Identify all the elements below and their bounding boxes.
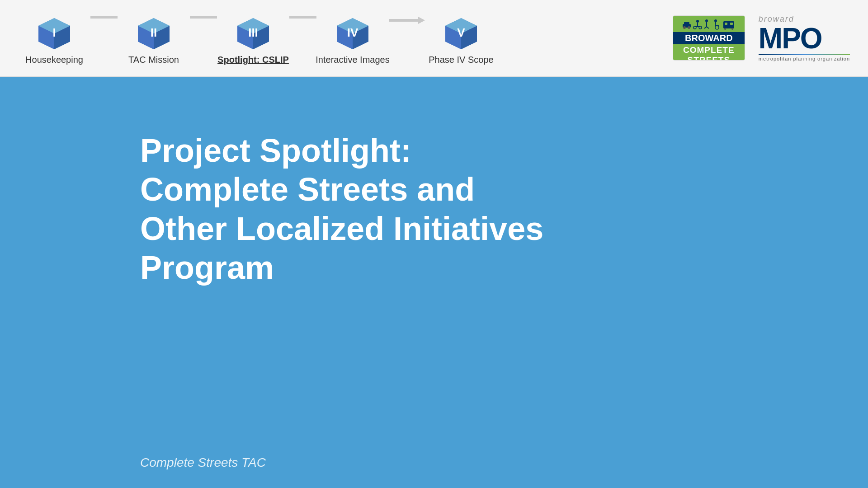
complete-streets-text: COMPLETE STREETS: [673, 44, 745, 61]
step-iv-cube-icon: IV: [332, 16, 373, 52]
connector-2: [190, 16, 217, 19]
connector-4: [389, 16, 425, 27]
svg-line-38: [707, 27, 709, 28]
footer-label: Complete Streets TAC: [140, 455, 266, 470]
svg-text:I: I: [52, 26, 56, 39]
svg-rect-44: [725, 23, 727, 25]
nav-step-housekeeping[interactable]: I Housekeeping: [18, 16, 90, 65]
mpo-main-label: MPO: [759, 24, 822, 53]
svg-text:V: V: [457, 26, 465, 39]
broward-complete-streets-logo: BROWARD COMPLETE STREETS Safer, Healthie…: [673, 15, 745, 61]
svg-rect-27: [684, 22, 689, 25]
step-i-label: Housekeeping: [25, 55, 83, 65]
svg-point-39: [714, 19, 717, 22]
step-ii-cube-icon: II: [133, 16, 174, 52]
step-iii-label: Spotlight: CSLIP: [217, 55, 289, 65]
svg-rect-45: [730, 23, 733, 25]
header: I Housekeeping II TAC Mission: [0, 0, 868, 77]
nav-step-spotlight[interactable]: III Spotlight: CSLIP: [217, 16, 289, 65]
nav-step-tac-mission[interactable]: II TAC Mission: [118, 16, 190, 65]
mpo-sub-label: metropolitan planning organization: [759, 56, 850, 61]
svg-text:II: II: [151, 26, 157, 39]
broward-brand-text: BROWARD: [685, 33, 733, 43]
svg-point-28: [683, 26, 686, 29]
svg-point-35: [705, 19, 708, 22]
step-ii-label: TAC Mission: [128, 55, 179, 65]
svg-text:IV: IV: [347, 26, 359, 39]
nav-step-phase-scope[interactable]: V Phase IV Scope: [425, 16, 497, 65]
svg-line-41: [715, 22, 716, 26]
svg-point-40: [715, 26, 719, 29]
nav-step-interactive[interactable]: IV Interactive Images: [316, 16, 389, 65]
step-v-cube-icon: V: [441, 16, 481, 52]
step-i-cube-icon: I: [34, 16, 75, 52]
navigation-steps: I Housekeeping II TAC Mission: [18, 11, 497, 65]
connector-1: [90, 16, 118, 19]
step-v-label: Phase IV Scope: [429, 55, 493, 65]
svg-point-46: [724, 28, 726, 30]
main-title: Project Spotlight: Complete Streets and …: [140, 77, 547, 287]
svg-line-37: [704, 27, 707, 28]
svg-point-47: [731, 28, 733, 30]
step-iv-label: Interactive Images: [316, 55, 389, 65]
mpo-logo: broward MPO metropolitan planning organi…: [759, 14, 850, 61]
broward-icons: [682, 18, 736, 30]
svg-text:III: III: [248, 26, 258, 39]
mpo-divider: [759, 54, 850, 55]
step-iii-cube-icon: III: [233, 16, 274, 52]
svg-point-30: [696, 20, 699, 23]
svg-rect-43: [723, 21, 734, 28]
logos-area: BROWARD COMPLETE STREETS Safer, Healthie…: [673, 14, 850, 61]
connector-3: [289, 16, 316, 19]
svg-point-29: [688, 26, 690, 29]
main-content: Project Spotlight: Complete Streets and …: [0, 77, 868, 488]
svg-marker-20: [389, 17, 425, 24]
